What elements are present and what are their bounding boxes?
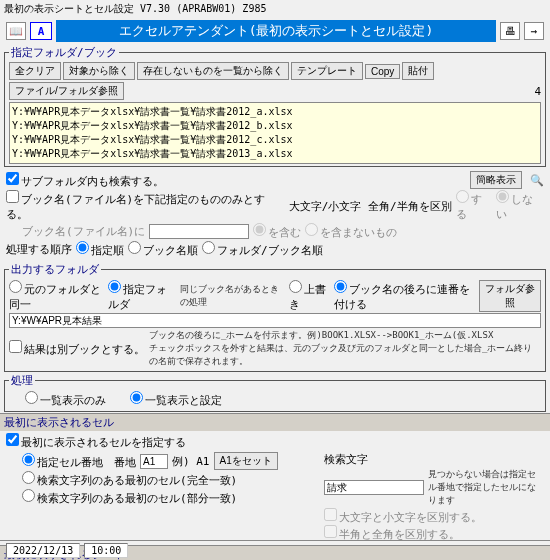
cell-case-check[interactable]: 大文字と小文字を区別する。 <box>324 511 482 524</box>
status-time: 10:00 <box>84 543 128 558</box>
order-folder-radio[interactable]: フォルダ/ブック名順 <box>202 241 323 258</box>
case-yes-radio[interactable]: する <box>456 190 493 222</box>
contains-radio: を含む <box>253 223 301 240</box>
diff-book-check[interactable]: 結果は別ブックとする。 <box>9 340 145 357</box>
subfolder-check[interactable]: サブフォルダ内も検索する。 <box>6 172 164 189</box>
view-only-radio[interactable]: 一覧表示のみ <box>25 391 106 408</box>
paste-button[interactable]: 貼付 <box>402 62 434 80</box>
same-folder-radio[interactable]: 元のフォルダと同一 <box>9 280 104 312</box>
order-label: 処理する順序 <box>6 242 72 257</box>
order-book-radio[interactable]: ブック名順 <box>128 241 198 258</box>
file-item[interactable]: Y:¥W¥APR見本データxlsx¥請求書一覧¥請求書2012_a.xlsx <box>12 105 538 119</box>
process-group: 処理 一覧表示のみ 一覧表示と設定 <box>4 373 546 412</box>
simple-view-button[interactable]: 簡略表示 <box>470 171 522 189</box>
output-note-1: ブック名の後ろに_ホームを付示ます。例)BOOK1.XLSX-->BOOK1_ホ… <box>149 329 541 342</box>
case-no-radio[interactable]: しない <box>496 190 544 222</box>
spec-folder-radio[interactable]: 指定フォルダ <box>108 280 176 312</box>
folder-group: 指定フォルダ/ブック 全クリア 対象から除く 存在しないものを一覧から除く テン… <box>4 45 546 167</box>
file-item[interactable]: Y:¥W¥APR見本データxlsx¥請求書一覧¥請求書2013_a.xlsx <box>12 147 538 161</box>
cell-addr-input[interactable] <box>140 454 168 469</box>
process-legend: 処理 <box>9 373 35 388</box>
bookname-field-label: ブック名(ファイル名)に <box>22 224 145 239</box>
copy-button[interactable]: Copy <box>365 64 400 79</box>
exclude-self-button[interactable]: 対象から除く <box>63 62 135 80</box>
file-count: 4 <box>534 85 541 98</box>
same-name-note: 同じブック名があるときの処理 <box>180 283 285 309</box>
clear-all-button[interactable]: 全クリア <box>9 62 61 80</box>
window-title: 最初の表示シートとセル設定 V7.30 (APRABW01) Z985 <box>0 0 550 18</box>
output-note-2: チェックボックスを外すと結果は、元のブック及び元のフォルダと同一とした場合_ホー… <box>149 342 541 368</box>
cell-addr-radio[interactable]: 指定セル番地 番地 <box>22 453 136 470</box>
exit-icon[interactable]: → <box>524 22 544 40</box>
first-cell-section: 最初に表示されるセル <box>0 413 550 431</box>
file-item[interactable]: Y:¥W¥APR見本データxlsx¥請求書一覧¥請求書2012_b.xlsx <box>12 119 538 133</box>
output-folder-group: 出力するフォルダ 元のフォルダと同一 指定フォルダ 同じブック名があるときの処理… <box>4 262 546 372</box>
search-full-radio[interactable]: 検索文字列のある最初のセル(完全一致) <box>22 471 237 488</box>
bookname-input <box>149 224 249 239</box>
order-spec-radio[interactable]: 指定順 <box>76 241 124 258</box>
not-contains-radio: を含まないもの <box>305 223 397 240</box>
overwrite-radio[interactable]: 上書き <box>289 280 329 312</box>
print-icon[interactable]: 🖶 <box>500 22 520 40</box>
cell-search-input[interactable] <box>324 480 424 495</box>
search-icon[interactable]: 🔍 <box>530 174 544 187</box>
file-list[interactable]: Y:¥W¥APR見本データxlsx¥請求書一覧¥請求書2012_a.xlsx Y… <box>9 102 541 164</box>
browse-folder-button[interactable]: フォルダ参照 <box>479 280 541 312</box>
output-path-input[interactable] <box>9 313 541 328</box>
case-width-label: 大文字/小文字 全角/半角を区別 <box>289 199 452 214</box>
bookname-limit-check[interactable]: ブック名(ファイル名)を下記指定のもののみとする。 <box>6 190 285 222</box>
banner-title: エクセルアテンダント(最初の表示シートとセル設定) <box>56 20 496 42</box>
folder-legend: 指定フォルダ/ブック <box>9 45 119 60</box>
exclude-missing-button[interactable]: 存在しないものを一覧から除く <box>137 62 289 80</box>
cell-addr-example: 例) A1 <box>172 454 210 469</box>
search-part-radio[interactable]: 検索文字列のある最初のセル(部分一致) <box>22 489 237 506</box>
file-item[interactable]: Y:¥W¥APR見本データxlsx¥請求書一覧¥請求書2012_c.xlsx <box>12 133 538 147</box>
set-a1-button[interactable]: A1をセット <box>214 452 278 470</box>
app-logo: A <box>30 22 52 40</box>
template-button[interactable]: テンプレート <box>291 62 363 80</box>
cell-search-note: 見つからない場合は指定セル番地で指定したセルになります <box>428 468 544 507</box>
view-set-radio[interactable]: 一覧表示と設定 <box>130 391 222 408</box>
status-date: 2022/12/13 <box>6 543 80 558</box>
append-seq-radio[interactable]: ブック名の後ろに連番を付ける <box>334 280 475 312</box>
output-legend: 出力するフォルダ <box>9 262 101 277</box>
book-icon[interactable]: 📖 <box>6 22 26 40</box>
browse-file-button[interactable]: ファイル/フォルダ参照 <box>9 82 124 100</box>
search-text-label: 検索文字 <box>324 452 368 467</box>
first-cell-specify-check[interactable]: 最初に表示されるセルを指定する <box>6 436 186 449</box>
